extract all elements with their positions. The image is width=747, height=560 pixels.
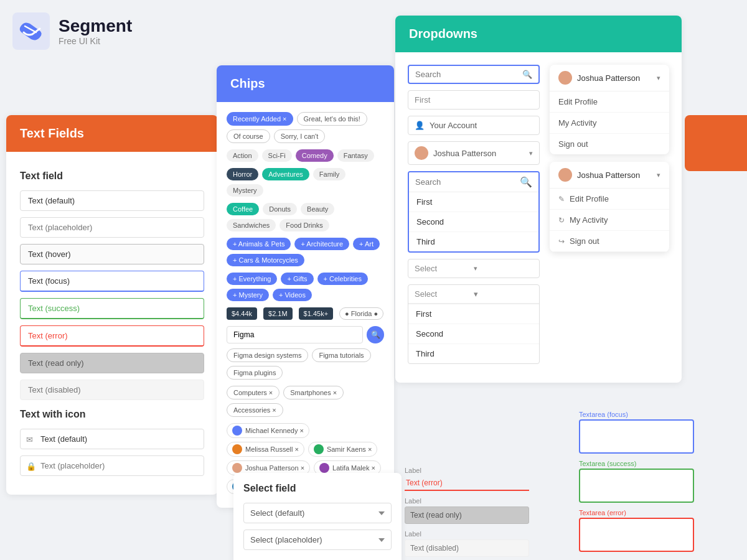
chip-beauty[interactable]: Beauty <box>301 203 334 215</box>
chip-arch[interactable]: + Architecture <box>294 238 349 250</box>
menu-item-activity-2[interactable]: ↻ My Activity <box>550 210 669 231</box>
chip-accessories[interactable]: Accessories × <box>227 403 283 417</box>
textarea-error[interactable] <box>579 518 694 552</box>
account-icon: 👤 <box>415 121 425 130</box>
dropdown-search-box[interactable]: 🔍 <box>408 65 540 84</box>
chip-person-melissa[interactable]: Melissa Russell × <box>227 442 304 457</box>
search-icon-2: 🔍 <box>520 176 532 188</box>
chip-figma-design[interactable]: Figma design systems <box>227 348 308 362</box>
menu-item-signout-1[interactable]: Sign out <box>550 134 669 154</box>
chip-mystery2[interactable]: + Mystery <box>227 289 269 301</box>
chip-donuts[interactable]: Donuts <box>263 203 297 215</box>
input-default[interactable] <box>20 190 204 211</box>
header: Segment Free UI Kit <box>12 12 132 50</box>
chip-search-button[interactable]: 🔍 <box>367 326 384 343</box>
chip-recently-added[interactable]: Recently Added × <box>227 112 293 126</box>
input-focus[interactable] <box>20 271 204 292</box>
chip-scifi[interactable]: Sci-Fi <box>262 149 292 162</box>
chip-computers[interactable]: Computers × <box>227 386 280 399</box>
chip-smartphones[interactable]: Smartphones × <box>283 386 344 399</box>
text-field-disabled <box>20 380 204 400</box>
chip-family[interactable]: Family <box>313 168 345 180</box>
chip-great[interactable]: Great, let's do this! <box>297 112 367 126</box>
chip-person-michael[interactable]: Michael Kennedy × <box>227 423 309 438</box>
textarea-focus-label: Textarea (focus) <box>579 411 694 418</box>
dropdown-item-first[interactable]: First <box>409 192 538 212</box>
select-placeholder[interactable]: Select (placeholder) <box>243 530 392 550</box>
logo-text: Segment Free UI Kit <box>59 16 132 46</box>
chip-adventures[interactable]: Adventures <box>262 168 309 180</box>
user-menu-header-2[interactable]: Joshua Patterson ▾ <box>550 162 669 189</box>
input-error-labeled[interactable] <box>405 476 529 491</box>
chip-search-input[interactable] <box>227 326 363 343</box>
chevron-down-icon-3: ▾ <box>474 289 533 299</box>
chip-fooddrinks[interactable]: Food Drinks <box>280 219 329 231</box>
text-field-error <box>20 325 204 347</box>
dropdown-open-input[interactable] <box>415 177 520 187</box>
textarea-focus[interactable] <box>579 419 694 454</box>
chip-sandwiches[interactable]: Sandwiches <box>227 219 276 231</box>
chip-figma-tutorials[interactable]: Figma tutorials <box>312 348 370 362</box>
dropdown-select-item-second[interactable]: Second <box>408 324 539 344</box>
search-chip-row: 🔍 <box>227 326 384 343</box>
chip-figma-plugins[interactable]: Figma plugins <box>227 366 283 380</box>
text-with-icon-section: Text with icon ✉ 🔒 <box>20 409 204 476</box>
chip-comedy[interactable]: Comedy <box>296 149 334 162</box>
dropdown-user[interactable]: Joshua Patterson ▾ <box>408 141 540 165</box>
user-avatar <box>415 146 428 160</box>
input-error[interactable] <box>20 325 204 347</box>
user-menu-header-1[interactable]: Joshua Patterson ▾ <box>550 65 669 91</box>
dropdown-select-closed[interactable]: Select ▾ <box>408 259 540 278</box>
chip-florida[interactable]: ● Florida ● <box>339 307 383 320</box>
chip-action[interactable]: Action <box>227 149 258 162</box>
chip-animals[interactable]: + Animals & Pets <box>227 238 291 250</box>
chip-cars[interactable]: + Cars & Motorcycles <box>227 254 304 266</box>
dropdown-select-item-first[interactable]: First <box>408 304 539 324</box>
text-field-default <box>20 190 204 211</box>
dropdowns-header: Dropdowns <box>395 16 682 52</box>
chip-everything[interactable]: + Everything <box>227 273 277 285</box>
menu-item-signout-2[interactable]: ↪ Sign out <box>550 231 669 252</box>
dropdown-item-third[interactable]: Third <box>409 232 538 251</box>
dropdown-user-name: Joshua Patterson <box>433 149 496 158</box>
chip-price2[interactable]: $2.1M <box>263 307 293 320</box>
select-default[interactable]: Select (default) Option 1 Option 2 <box>243 503 392 523</box>
dropdown-item-second[interactable]: Second <box>409 212 538 232</box>
input-placeholder[interactable] <box>20 217 204 238</box>
chip-price1[interactable]: $4.44k <box>227 307 257 320</box>
input-disabled-labeled <box>405 539 529 557</box>
menu-item-edit-profile-1[interactable]: Edit Profile <box>550 91 669 113</box>
chip-price3[interactable]: $1.45k+ <box>299 307 333 320</box>
chip-person-samir[interactable]: Samir Kaens × <box>308 442 377 457</box>
chip-art[interactable]: + Art <box>353 238 380 250</box>
select-field-title: Select field <box>243 483 392 494</box>
chip-celebrities[interactable]: + Celebrities <box>317 273 368 285</box>
text-fields-content: Text field Text with icon ✉ <box>6 152 218 495</box>
tag-chips-row2: + Everything + Gifts + Celebrities + Mys… <box>227 273 384 301</box>
chip-horror[interactable]: Horror <box>227 168 258 180</box>
signout-icon: ↪ <box>558 237 565 246</box>
chip-gifts[interactable]: + Gifts <box>281 273 313 285</box>
chip-videos[interactable]: + Videos <box>273 289 312 301</box>
dropdown-search-input[interactable] <box>415 70 522 79</box>
input-success[interactable] <box>20 298 204 319</box>
dropdowns-content: 🔍 First 👤 Your Account Joshua Patterson … <box>395 52 682 383</box>
dropdown-account[interactable]: 👤 Your Account <box>408 116 540 135</box>
menu-item-edit-profile-2[interactable]: ✎ Edit Profile <box>550 189 669 210</box>
dropdown-select-item-third[interactable]: Third <box>408 344 539 363</box>
input-hover[interactable] <box>20 244 204 264</box>
input-readonly-labeled: Text (read only) <box>405 506 529 524</box>
chip-ofcourse[interactable]: Of course <box>227 129 270 143</box>
dropdown-col-left: 🔍 First 👤 Your Account Joshua Patterson … <box>408 65 540 370</box>
input-disabled <box>20 380 204 400</box>
menu-item-activity-1[interactable]: My Activity <box>550 113 669 134</box>
input-icon-placeholder[interactable] <box>20 455 204 476</box>
input-icon-default[interactable] <box>20 429 204 449</box>
chip-coffee[interactable]: Coffee <box>227 203 259 215</box>
chip-sorry[interactable]: Sorry, I can't <box>274 129 326 143</box>
dropdown-select-label: Select <box>415 264 474 273</box>
chip-mystery[interactable]: Mystery <box>227 184 263 197</box>
chip-fantasy[interactable]: Fantasy <box>337 149 374 162</box>
textarea-success[interactable] <box>579 469 694 503</box>
disabled-label: Label <box>405 530 529 538</box>
